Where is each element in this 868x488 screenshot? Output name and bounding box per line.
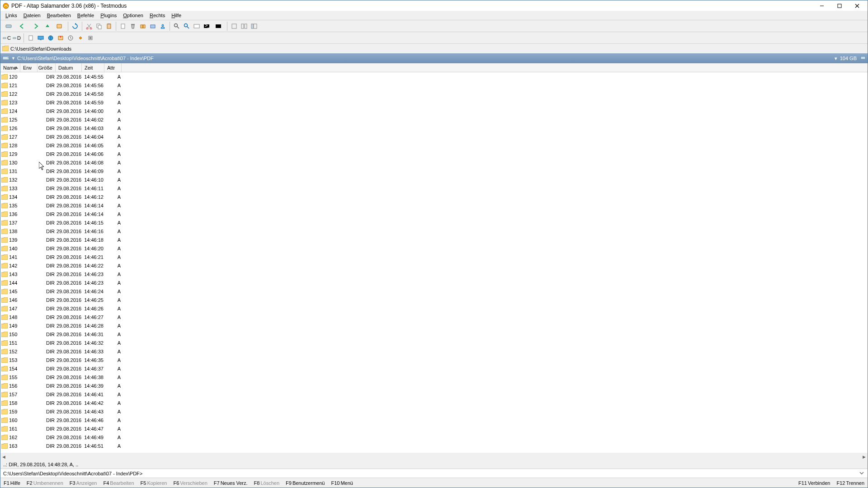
fkey-f11[interactable]: F11Verbinden bbox=[795, 478, 834, 488]
fkey-f10[interactable]: F10Menü bbox=[328, 478, 356, 488]
plugin2-button[interactable] bbox=[86, 33, 95, 42]
copy-button[interactable] bbox=[94, 22, 104, 31]
scroll-right-icon[interactable]: ► bbox=[862, 454, 867, 460]
table-row[interactable]: 121DIR29.08.201614:45:56A bbox=[0, 81, 868, 89]
terminal-button[interactable]: >_ bbox=[202, 22, 211, 31]
scroll-left-icon[interactable]: ◄ bbox=[1, 454, 6, 460]
fkey-f12[interactable]: F12Trennen bbox=[833, 478, 868, 488]
menu-links[interactable]: Links bbox=[2, 12, 20, 19]
table-row[interactable]: 127DIR29.08.201614:46:04A bbox=[0, 132, 868, 141]
menu-befehle[interactable]: Befehle bbox=[74, 12, 97, 19]
table-row[interactable]: 163DIR29.08.201614:46:51A bbox=[0, 441, 868, 450]
plugin1-button[interactable] bbox=[76, 33, 85, 42]
clipboard-button[interactable] bbox=[118, 22, 127, 31]
view-button[interactable] bbox=[182, 22, 191, 31]
fkey-f3[interactable]: F3Anzeigen bbox=[66, 478, 100, 488]
table-row[interactable]: 130DIR29.08.201614:46:08A bbox=[0, 158, 868, 167]
table-row[interactable]: 160DIR29.08.201614:46:46A bbox=[0, 416, 868, 424]
col-date[interactable]: Datum bbox=[56, 63, 82, 72]
fkey-f6[interactable]: F6Verschieben bbox=[170, 478, 210, 488]
table-row[interactable]: 153DIR29.08.201614:46:35A bbox=[0, 356, 868, 364]
current-path-bar[interactable]: ▼ C:\Users\Stefan\Desktop\Videoschnitt\A… bbox=[0, 53, 868, 63]
menu-optionen[interactable]: Optionen bbox=[120, 12, 146, 19]
table-row[interactable]: 147DIR29.08.201614:46:26A bbox=[0, 304, 868, 313]
table-row[interactable]: 145DIR29.08.201614:46:24A bbox=[0, 287, 868, 296]
col-attr[interactable]: Attr bbox=[104, 63, 122, 72]
panel-tree-button[interactable] bbox=[250, 22, 259, 31]
fkey-f8[interactable]: F8Löschen bbox=[251, 478, 283, 488]
desktop-button[interactable] bbox=[36, 33, 45, 42]
table-row[interactable]: 123DIR29.08.201614:45:59A bbox=[0, 98, 868, 107]
documents-button[interactable] bbox=[26, 33, 35, 42]
find-button[interactable] bbox=[172, 22, 181, 31]
table-row[interactable]: 152DIR29.08.201614:46:33A bbox=[0, 347, 868, 356]
table-row[interactable]: 129DIR29.08.201614:46:06A bbox=[0, 150, 868, 158]
path-dropdown-icon[interactable]: ▼ bbox=[11, 56, 15, 61]
table-row[interactable]: 157DIR29.08.201614:46:41A bbox=[0, 390, 868, 399]
table-row[interactable]: 139DIR29.08.201614:46:18A bbox=[0, 235, 868, 244]
table-row[interactable]: 124DIR29.08.201614:46:00A bbox=[0, 107, 868, 115]
favorites-button[interactable] bbox=[56, 33, 65, 42]
drive-c-button[interactable]: C bbox=[2, 33, 11, 42]
table-row[interactable]: 134DIR29.08.201614:46:12A bbox=[0, 192, 868, 201]
table-row[interactable]: 156DIR29.08.201614:46:39A bbox=[0, 381, 868, 390]
table-row[interactable]: 159DIR29.08.201614:46:43A bbox=[0, 407, 868, 416]
table-row[interactable]: 158DIR29.08.201614:46:42A bbox=[0, 399, 868, 407]
close-button[interactable] bbox=[849, 1, 866, 10]
col-erw[interactable]: Erw bbox=[20, 63, 38, 72]
forward-button[interactable] bbox=[29, 22, 42, 31]
table-row[interactable]: 150DIR29.08.201614:46:31A bbox=[0, 330, 868, 338]
edit-button[interactable] bbox=[192, 22, 201, 31]
table-row[interactable]: 161DIR29.08.201614:46:47A bbox=[0, 424, 868, 433]
cut-button[interactable] bbox=[85, 22, 94, 31]
table-row[interactable]: 137DIR29.08.201614:46:15A bbox=[0, 218, 868, 227]
menu-bearbeiten[interactable]: Bearbeiten bbox=[44, 12, 74, 19]
file-list[interactable]: 120DIR29.08.201614:45:55A121DIR29.08.201… bbox=[0, 72, 868, 453]
table-row[interactable]: 133DIR29.08.201614:46:11A bbox=[0, 184, 868, 192]
fkey-f2[interactable]: F2Umbenennen bbox=[24, 478, 66, 488]
table-row[interactable]: 136DIR29.08.201614:46:14A bbox=[0, 210, 868, 218]
table-row[interactable]: 143DIR29.08.201614:46:23A bbox=[0, 270, 868, 278]
history-dropdown-icon[interactable]: ▾ bbox=[832, 56, 840, 61]
table-row[interactable]: 149DIR29.08.201614:46:28A bbox=[0, 321, 868, 330]
permissions-button[interactable] bbox=[158, 22, 167, 31]
back-button[interactable] bbox=[16, 22, 28, 31]
col-size[interactable]: Größe bbox=[38, 63, 56, 72]
history-button[interactable] bbox=[66, 33, 75, 42]
table-row[interactable]: 141DIR29.08.201614:46:21A bbox=[0, 253, 868, 261]
table-row[interactable]: 126DIR29.08.201614:46:03A bbox=[0, 124, 868, 132]
col-name[interactable]: Name bbox=[0, 63, 20, 72]
up-button[interactable] bbox=[43, 22, 52, 31]
table-row[interactable]: 132DIR29.08.201614:46:10A bbox=[0, 175, 868, 184]
fkey-f5[interactable]: F5Kopieren bbox=[137, 478, 170, 488]
table-row[interactable]: 122DIR29.08.201614:45:58A bbox=[0, 89, 868, 98]
fkey-f7[interactable]: F7Neues Verz. bbox=[211, 478, 251, 488]
col-time[interactable]: Zeit bbox=[82, 63, 104, 72]
network-button[interactable] bbox=[46, 33, 55, 42]
refresh-button[interactable] bbox=[71, 22, 80, 31]
table-row[interactable]: 148DIR29.08.201614:46:27A bbox=[0, 313, 868, 321]
table-row[interactable]: 138DIR29.08.201614:46:16A bbox=[0, 227, 868, 235]
fkey-f4[interactable]: F4Bearbeiten bbox=[100, 478, 137, 488]
table-row[interactable]: 162DIR29.08.201614:46:49A bbox=[0, 433, 868, 441]
command-line[interactable]: C:\Users\Stefan\Desktop\Videoschnitt\Acr… bbox=[0, 469, 868, 478]
compress-button[interactable] bbox=[138, 22, 147, 31]
hotpath-button[interactable] bbox=[53, 22, 66, 31]
menu-dateien[interactable]: Dateien bbox=[20, 12, 44, 19]
horizontal-scroll[interactable]: ◄ ► bbox=[0, 453, 868, 460]
filter-button[interactable] bbox=[212, 22, 225, 31]
table-row[interactable]: 125DIR29.08.201614:46:02A bbox=[0, 115, 868, 124]
drive-dropdown[interactable] bbox=[2, 22, 15, 31]
menu-hilfe[interactable]: Hilfe bbox=[168, 12, 184, 19]
menu-rechts[interactable]: Rechts bbox=[146, 12, 168, 19]
fkey-f1[interactable]: F1Hilfe bbox=[0, 478, 24, 488]
fkey-f9[interactable]: F9Benutzermenü bbox=[283, 478, 328, 488]
table-row[interactable]: 140DIR29.08.201614:46:20A bbox=[0, 244, 868, 253]
table-row[interactable]: 135DIR29.08.201614:46:14A bbox=[0, 201, 868, 210]
command-dropdown-icon[interactable] bbox=[859, 470, 865, 477]
other-panel-path[interactable]: C:\Users\Stefan\Downloads bbox=[0, 43, 868, 53]
table-row[interactable]: 144DIR29.08.201614:46:23A bbox=[0, 278, 868, 287]
panel-single-button[interactable] bbox=[230, 22, 239, 31]
table-row[interactable]: 154DIR29.08.201614:46:37A bbox=[0, 364, 868, 373]
panel-dual-button[interactable] bbox=[240, 22, 249, 31]
